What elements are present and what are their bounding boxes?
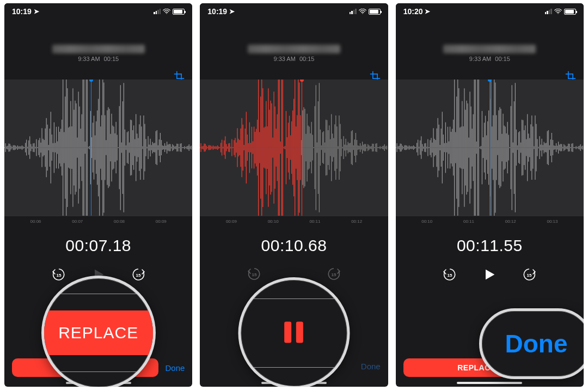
skip-back-button[interactable]: 15 <box>52 267 66 284</box>
ruler-tick: 00:10 <box>416 219 437 224</box>
magnifier-replace: REPLACE <box>41 276 156 387</box>
wifi-icon <box>359 7 366 16</box>
recording-duration: 00:15 <box>495 56 510 62</box>
location-icon: ➤ <box>425 8 430 15</box>
time-readout: 00:07.18 <box>4 236 192 255</box>
status-bar: 10:20 ➤ <box>396 3 584 20</box>
status-bar: 10:19 ➤ <box>200 3 388 20</box>
recording-header: 9:33 AM 00:15 <box>200 20 388 62</box>
transport-controls: 15 15 <box>396 267 584 284</box>
status-time: 10:19 <box>207 7 227 16</box>
wifi-icon <box>554 7 562 16</box>
magnified-done-label: Done <box>505 329 567 358</box>
recording-duration: 00:15 <box>104 56 119 62</box>
timeline-ruler: 00:0600:0700:0800:09 <box>4 216 192 227</box>
svg-text:15: 15 <box>527 273 532 278</box>
skip-forward-button[interactable]: 15 <box>522 267 536 284</box>
ruler-tick: 00:10 <box>262 219 283 224</box>
cellular-icon <box>154 9 161 14</box>
phone-screen-2: 10:19 ➤ 9:33 AM 00:15 00:0900:1000:1100: <box>200 3 388 387</box>
waveform[interactable] <box>4 80 192 216</box>
ruler-tick: 00:06 <box>25 219 46 224</box>
magnified-pause-icon <box>280 316 308 350</box>
playhead[interactable] <box>91 80 91 216</box>
voice-memo-edit-screen: 10:19 ➤ 9:33 AM 00:15 00:0900:1000:1100: <box>200 3 388 387</box>
cellular-icon <box>350 9 357 14</box>
recording-time: 9:33 AM <box>78 56 100 62</box>
battery-icon <box>173 9 185 15</box>
ruler-tick: 00:13 <box>542 219 562 224</box>
skip-back-button[interactable]: 15 <box>247 267 261 283</box>
voice-memo-edit-screen: 10:20 ➤ 9:33 AM 00:15 00:1000:1100:1200: <box>396 3 584 387</box>
battery-icon <box>369 9 381 15</box>
status-time: 10:19 <box>12 7 32 16</box>
status-bar: 10:19 ➤ <box>4 3 192 20</box>
time-readout: 00:11.55 <box>396 236 584 255</box>
play-button[interactable] <box>482 267 497 284</box>
recording-subtitle: 9:33 AM 00:15 <box>4 56 192 62</box>
svg-rect-350 <box>285 321 292 343</box>
ruler-tick: 00:12 <box>500 219 521 224</box>
ruler-tick: 00:12 <box>346 219 367 224</box>
battery-icon <box>564 9 576 15</box>
done-button[interactable]: Done <box>165 363 185 373</box>
recording-header: 9:33 AM 00:15 <box>4 20 192 62</box>
svg-point-174 <box>362 13 363 14</box>
magnified-replace-label: REPLACE <box>44 310 153 355</box>
recording-title-blurred <box>52 45 145 53</box>
location-icon: ➤ <box>34 8 39 15</box>
ruler-tick: 00:09 <box>151 219 171 224</box>
playhead[interactable] <box>302 80 302 216</box>
svg-rect-351 <box>296 321 303 343</box>
recording-subtitle: 9:33 AM 00:15 <box>396 56 584 62</box>
voice-memo-edit-screen: 10:19 ➤ 9:33 AM 00:15 00:0600:0700:0800: <box>4 3 192 387</box>
done-button[interactable]: Done <box>361 362 381 371</box>
home-indicator[interactable] <box>457 382 522 384</box>
svg-text:15: 15 <box>136 273 140 278</box>
phone-screen-1: 10:19 ➤ 9:33 AM 00:15 00:0600:0700:0800: <box>4 3 192 387</box>
time-readout: 00:10.68 <box>200 236 388 255</box>
recording-title-blurred <box>443 45 536 53</box>
ruler-tick: 00:11 <box>304 219 325 224</box>
magnifier-done: Done <box>479 308 584 379</box>
recording-time: 9:33 AM <box>469 56 491 62</box>
recording-time: 9:33 AM <box>274 56 296 62</box>
recording-header: 9:33 AM 00:15 <box>396 20 584 62</box>
playhead[interactable] <box>489 80 490 216</box>
cellular-icon <box>545 9 552 14</box>
location-icon: ➤ <box>229 8 235 15</box>
skip-back-button[interactable]: 15 <box>443 267 457 284</box>
timeline-ruler: 00:0900:1000:1100:12 <box>200 216 388 227</box>
recording-title-blurred <box>248 45 340 53</box>
svg-text:15: 15 <box>332 272 336 277</box>
timeline-ruler: 00:1000:1100:1200:13 <box>396 216 584 227</box>
svg-point-352 <box>558 13 559 14</box>
magnifier-pause <box>238 277 350 387</box>
status-time: 10:20 <box>403 7 423 16</box>
ruler-tick: 00:07 <box>67 219 88 224</box>
skip-forward-button[interactable]: 15 <box>131 267 145 284</box>
ruler-tick: 00:08 <box>109 219 130 224</box>
svg-text:15: 15 <box>252 272 257 277</box>
recording-duration: 00:15 <box>299 56 315 62</box>
recording-subtitle: 9:33 AM 00:15 <box>200 56 388 62</box>
ruler-tick: 00:11 <box>458 219 479 224</box>
svg-point-0 <box>167 13 168 14</box>
svg-text:15: 15 <box>56 273 61 278</box>
waveform[interactable] <box>200 80 388 216</box>
waveform[interactable] <box>396 80 584 216</box>
skip-forward-button[interactable]: 15 <box>327 267 341 283</box>
ruler-tick: 00:09 <box>221 219 242 224</box>
wifi-icon <box>163 7 170 16</box>
svg-text:15: 15 <box>448 273 452 278</box>
phone-screen-3: 10:20 ➤ 9:33 AM 00:15 00:1000:1100:1200: <box>396 3 584 387</box>
